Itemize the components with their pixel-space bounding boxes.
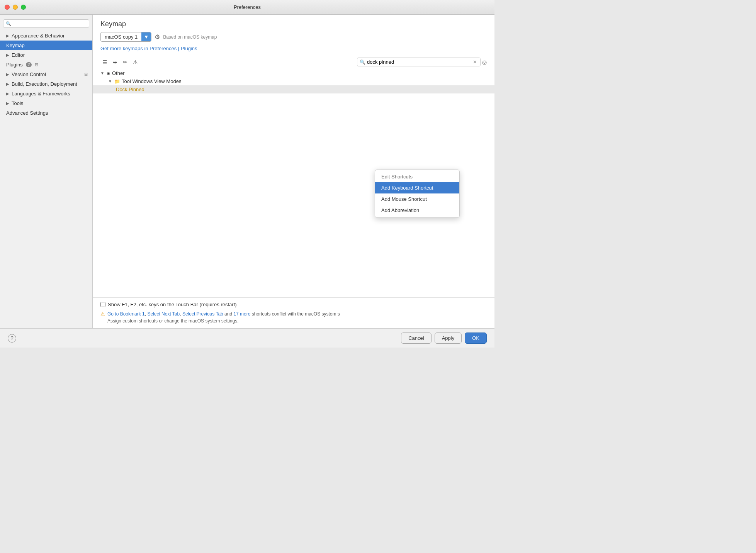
sidebar-item-label: Languages & Frameworks bbox=[12, 91, 70, 97]
search-icon: 🔍 bbox=[6, 21, 11, 26]
keymap-dropdown[interactable]: macOS copy 1 ▼ bbox=[100, 32, 151, 42]
chevron-down-icon: ▼ bbox=[100, 71, 105, 75]
keymap-selector-row: macOS copy 1 ▼ ⚙ Based on macOS keymap bbox=[100, 32, 487, 42]
dropdown-arrow-icon: ▼ bbox=[141, 32, 151, 41]
find-action-button[interactable]: ◎ bbox=[482, 59, 487, 65]
tree-item-label: Tool Windows View Modes bbox=[122, 78, 181, 84]
window-controls bbox=[5, 5, 26, 10]
sidebar-search-wrapper[interactable]: 🔍 bbox=[3, 19, 89, 28]
sidebar-item-label: Keymap bbox=[6, 42, 25, 48]
footer-buttons: Cancel Apply OK bbox=[401, 332, 487, 344]
ok-button[interactable]: OK bbox=[465, 332, 487, 344]
sidebar-item-build-execution[interactable]: ▶ Build, Execution, Deployment bbox=[0, 79, 92, 89]
sidebar-item-editor[interactable]: ▶ Editor bbox=[0, 50, 92, 60]
sidebar-item-label: Appearance & Behavior bbox=[12, 33, 65, 39]
folder-icon: 📁 bbox=[114, 79, 120, 84]
footer: ? Cancel Apply OK bbox=[0, 328, 494, 348]
edit-button[interactable]: ✏ bbox=[121, 58, 129, 66]
add-mouse-shortcut-item[interactable]: Add Mouse Shortcut bbox=[375, 193, 459, 205]
collapse-all-button[interactable]: ⬌ bbox=[111, 58, 119, 66]
tree-row[interactable]: ▼ 📁 Tool Windows View Modes bbox=[93, 77, 494, 85]
warning-text: Go to Bookmark 1, Select Next Tab, Selec… bbox=[107, 310, 340, 324]
folder-icon: ⊞ bbox=[107, 71, 110, 76]
expand-all-button[interactable]: ☰ bbox=[100, 58, 109, 66]
select-previous-tab-link[interactable]: Select Previous Tab bbox=[182, 311, 223, 317]
warning-icon: ⚠ bbox=[100, 311, 105, 317]
plugins-badge: 2 bbox=[26, 62, 32, 67]
sidebar-item-label: Plugins bbox=[6, 62, 23, 68]
sidebar-item-label: Tools bbox=[12, 100, 23, 106]
sidebar-item-advanced-settings[interactable]: Advanced Settings bbox=[0, 108, 92, 118]
search-icon: 🔍 bbox=[360, 59, 365, 65]
help-button[interactable]: ? bbox=[8, 334, 16, 343]
get-more-link[interactable]: Get more keymaps in Preferences | Plugin… bbox=[100, 46, 487, 51]
sidebar-search-input[interactable] bbox=[13, 21, 87, 26]
sidebar-item-label: Build, Execution, Deployment bbox=[12, 81, 77, 87]
sidebar-icon: ⊟ bbox=[35, 62, 38, 67]
sidebar-item-appearance-behavior[interactable]: ▶ Appearance & Behavior bbox=[0, 31, 92, 41]
checkbox-label: Show F1, F2, etc. keys on the Touch Bar … bbox=[108, 302, 237, 307]
chevron-right-icon: ▶ bbox=[6, 101, 9, 105]
cancel-button[interactable]: Cancel bbox=[401, 332, 431, 344]
sidebar-search[interactable]: 🔍 bbox=[3, 19, 89, 28]
bottom-area: Show F1, F2, etc. keys on the Touch Bar … bbox=[93, 297, 494, 328]
get-more-anchor[interactable]: Get more keymaps in Preferences | Plugin… bbox=[100, 46, 197, 51]
chevron-right-icon: ▶ bbox=[6, 34, 9, 38]
context-menu: Edit Shortcuts Add Keyboard Shortcut Add… bbox=[375, 170, 460, 218]
content-panel: Keymap macOS copy 1 ▼ ⚙ Based on macOS k… bbox=[93, 15, 494, 328]
minimize-button[interactable] bbox=[13, 5, 18, 10]
sidebar-icon: ⊟ bbox=[84, 72, 88, 77]
goto-bookmark-link[interactable]: Go to Bookmark 1 bbox=[107, 311, 145, 317]
maximize-button[interactable] bbox=[21, 5, 26, 10]
page-title: Keymap bbox=[100, 20, 487, 28]
chevron-right-icon: ▶ bbox=[6, 72, 9, 76]
tree-row[interactable]: ▼ ⊞ Other bbox=[93, 69, 494, 77]
warning-row: ⚠ Go to Bookmark 1, Select Next Tab, Sel… bbox=[100, 310, 487, 324]
sidebar-item-label: Advanced Settings bbox=[6, 110, 48, 116]
sidebar-item-tools[interactable]: ▶ Tools bbox=[0, 98, 92, 108]
window-title: Preferences bbox=[234, 4, 261, 10]
search-area[interactable]: 🔍 ✕ bbox=[357, 58, 481, 66]
toolbar-row: ☰ ⬌ ✏ ⚠ 🔍 ✕ ◎ bbox=[100, 55, 487, 69]
chevron-right-icon: ▶ bbox=[6, 53, 9, 57]
keymap-search-input[interactable] bbox=[367, 59, 471, 65]
more-shortcuts-link[interactable]: 17 more bbox=[233, 311, 250, 317]
chevron-right-icon: ▶ bbox=[6, 92, 9, 96]
close-button[interactable] bbox=[5, 5, 10, 10]
apply-button[interactable]: Apply bbox=[435, 332, 462, 344]
sidebar-item-label: Version Control bbox=[12, 71, 46, 77]
warning-button[interactable]: ⚠ bbox=[131, 58, 140, 66]
tree-row[interactable]: Dock Pinned bbox=[93, 85, 494, 93]
tree-item-label: Other bbox=[112, 70, 125, 76]
checkbox-row: Show F1, F2, etc. keys on the Touch Bar … bbox=[100, 302, 487, 307]
sidebar-item-plugins[interactable]: Plugins 2 ⊟ bbox=[0, 60, 92, 70]
select-next-tab-link[interactable]: Select Next Tab bbox=[147, 311, 180, 317]
chevron-down-icon: ▼ bbox=[108, 79, 113, 83]
context-menu-header: Edit Shortcuts bbox=[375, 171, 459, 182]
clear-search-button[interactable]: ✕ bbox=[472, 59, 478, 65]
main-container: 🔍 ▶ Appearance & Behavior Keymap ▶ Edito… bbox=[0, 15, 494, 328]
chevron-right-icon: ▶ bbox=[6, 82, 9, 86]
sidebar-item-keymap[interactable]: Keymap bbox=[0, 41, 92, 50]
based-on-text: Based on macOS keymap bbox=[163, 34, 217, 40]
tree-item-label: Dock Pinned bbox=[116, 87, 144, 92]
sidebar-item-languages-frameworks[interactable]: ▶ Languages & Frameworks bbox=[0, 89, 92, 98]
add-abbreviation-item[interactable]: Add Abbreviation bbox=[375, 205, 459, 216]
gear-icon[interactable]: ⚙ bbox=[155, 33, 160, 41]
sidebar-item-label: Editor bbox=[12, 52, 25, 58]
touch-bar-checkbox[interactable] bbox=[100, 302, 105, 307]
tree-area: ▼ ⊞ Other ▼ 📁 Tool Windows View Modes Do… bbox=[93, 69, 494, 297]
sidebar: 🔍 ▶ Appearance & Behavior Keymap ▶ Edito… bbox=[0, 15, 93, 328]
add-keyboard-shortcut-item[interactable]: Add Keyboard Shortcut bbox=[375, 182, 459, 193]
content-header: Keymap macOS copy 1 ▼ ⚙ Based on macOS k… bbox=[93, 15, 494, 69]
title-bar: Preferences bbox=[0, 0, 494, 15]
sidebar-item-version-control[interactable]: ▶ Version Control ⊟ bbox=[0, 70, 92, 79]
keymap-dropdown-text: macOS copy 1 bbox=[101, 32, 141, 41]
